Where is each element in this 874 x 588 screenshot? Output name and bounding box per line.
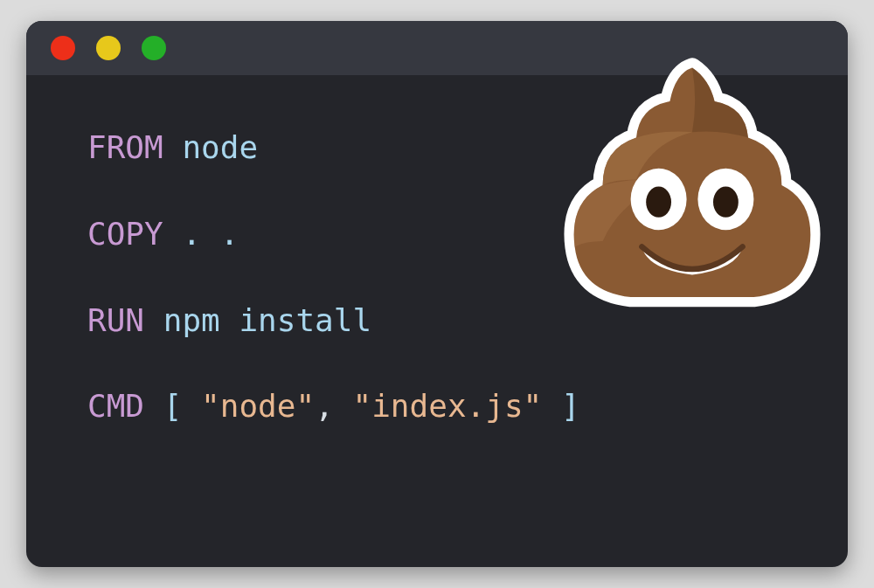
string-literal: "node" [201,388,315,424]
dockerfile-arg: node [163,129,258,165]
dockerfile-keyword: FROM [87,129,163,165]
dockerfile-line-cmd: CMD [ "node", "index.js" ] [87,386,787,427]
dockerfile-keyword: COPY [87,216,163,252]
dockerfile-keyword: RUN [87,302,144,338]
dockerfile-arg: npm install [144,302,371,338]
dockerfile-keyword: CMD [87,388,144,424]
pile-of-poo-icon [552,45,832,325]
dockerfile-arg: . . [163,216,239,252]
terminal-window: FROM node COPY . . RUN npm install CMD [… [26,21,848,567]
bracket-close: ] [561,388,580,424]
comma: , [315,388,334,424]
bracket-open: [ [163,388,183,424]
minimize-button[interactable] [96,36,121,60]
svg-point-2 [646,187,671,218]
maximize-button[interactable] [142,36,166,60]
svg-point-3 [713,187,739,218]
close-button[interactable] [51,36,75,60]
string-literal: "index.js" [353,388,543,424]
